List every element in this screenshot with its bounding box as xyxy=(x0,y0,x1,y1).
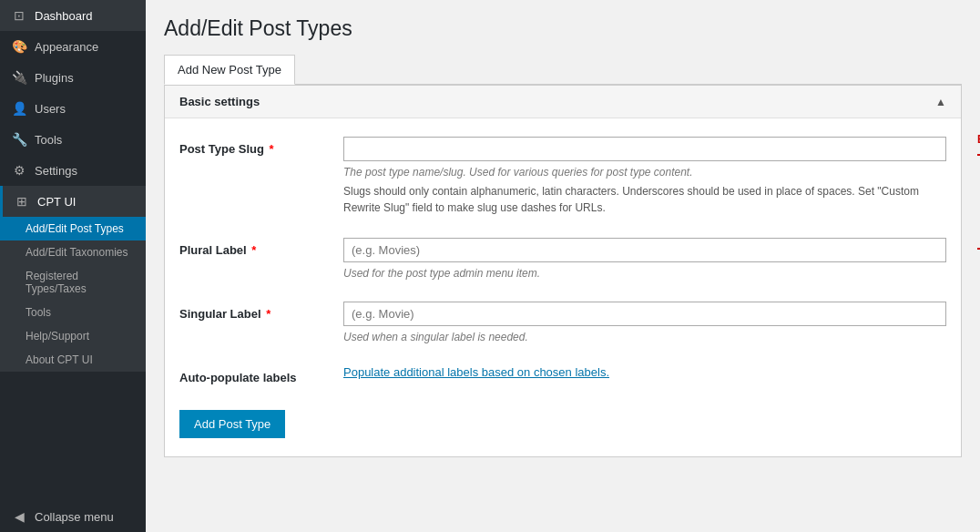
auto-populate-label: Auto-populate labels xyxy=(179,365,343,384)
post-type-slug-label-text: Post Type Slug xyxy=(179,142,264,156)
singular-label-field: Used when a singular label is needed. xyxy=(343,302,946,343)
sidebar-label-plugins: Plugins xyxy=(35,71,74,85)
sidebar-item-add-edit-post-types[interactable]: Add/Edit Post Types xyxy=(0,217,146,240)
sidebar-item-cptui[interactable]: ⊞ CPT UI xyxy=(0,186,146,217)
plugins-icon: 🔌 xyxy=(11,69,27,86)
tab-bar: Add New Post Type xyxy=(164,54,962,85)
collapse-label: Collapse menu xyxy=(35,510,114,524)
sidebar-item-add-edit-taxonomies[interactable]: Add/Edit Taxonomies xyxy=(0,240,146,264)
singular-label-input[interactable] xyxy=(343,302,946,326)
auto-populate-field: Populate additional labels based on chos… xyxy=(343,365,946,379)
submenu-label-about-cptui: About CPT UI xyxy=(26,353,93,366)
plural-label-help: Used for the post type admin menu item. xyxy=(343,267,946,280)
dashboard-icon: ⊡ xyxy=(11,7,27,24)
submenu-label-help-support: Help/Support xyxy=(26,330,89,343)
sidebar-label-tools: Tools xyxy=(35,133,62,147)
settings-icon: ⚙ xyxy=(11,162,27,179)
tools-icon: 🔧 xyxy=(11,131,27,148)
submenu-label-add-edit-post-types: Add/Edit Post Types xyxy=(26,222,124,235)
appearance-icon: 🎨 xyxy=(11,38,27,55)
sidebar-submenu: Add/Edit Post Types Add/Edit Taxonomies … xyxy=(0,217,146,372)
sidebar: ⊡ Dashboard 🎨 Appearance 🔌 Plugins 👤 Use… xyxy=(0,0,146,532)
add-post-type-button[interactable]: Add Post Type xyxy=(179,410,285,438)
required-star-singular: * xyxy=(263,307,271,321)
sidebar-label-dashboard: Dashboard xyxy=(35,9,93,23)
sidebar-item-registered-types-taxes[interactable]: Registered Types/Taxes xyxy=(0,264,146,301)
submenu-label-tools: Tools xyxy=(26,306,51,319)
plural-label-label-text: Plural Label xyxy=(179,243,247,257)
basic-settings-card: Basic settings ▲ Post Type Slug * The po… xyxy=(164,85,962,457)
sidebar-item-collapse-menu[interactable]: ◀ Collapse menu xyxy=(0,501,146,532)
auto-populate-label-text: Auto-populate labels xyxy=(179,371,297,384)
card-header: Basic settings ▲ xyxy=(165,86,961,118)
submenu-label-add-edit-taxonomies: Add/Edit Taxonomies xyxy=(26,246,128,259)
sidebar-label-users: Users xyxy=(35,102,66,116)
singular-label-help: Used when a singular label is needed. xyxy=(343,331,946,343)
sidebar-label-appearance: Appearance xyxy=(35,40,98,54)
sidebar-item-appearance[interactable]: 🎨 Appearance xyxy=(0,31,146,62)
post-type-slug-help-italic: The post type name/slug. Used for variou… xyxy=(343,166,946,179)
sidebar-item-settings[interactable]: ⚙ Settings xyxy=(0,155,146,186)
post-type-slug-help-block: Slugs should only contain alphanumeric, … xyxy=(343,183,946,216)
main-content: Add/Edit Post Types Add New Post Type Ba… xyxy=(146,0,980,532)
auto-populate-row: Auto-populate labels Populate additional… xyxy=(179,365,946,384)
plural-label-field: Used for the post type admin menu item. xyxy=(343,238,946,280)
card-body: Post Type Slug * The post type name/slug… xyxy=(165,118,961,456)
sidebar-item-dashboard[interactable]: ⊡ Dashboard xyxy=(0,0,146,31)
singular-label-row: Singular Label * Used when a singular la… xyxy=(179,302,946,343)
sidebar-item-tools-sub[interactable]: Tools xyxy=(0,301,146,324)
singular-label-label: Singular Label * xyxy=(179,302,343,321)
cptui-icon: ⊞ xyxy=(14,193,30,210)
tab-add-new-post-type-label: Add New Post Type xyxy=(178,63,281,77)
plural-label-label: Plural Label * xyxy=(179,238,343,257)
users-icon: 👤 xyxy=(11,100,27,117)
sidebar-item-users[interactable]: 👤 Users xyxy=(0,93,146,124)
sidebar-label-settings: Settings xyxy=(35,164,77,178)
post-type-slug-field: The post type name/slug. Used for variou… xyxy=(343,137,946,216)
sidebar-item-tools[interactable]: 🔧 Tools xyxy=(0,124,146,155)
card-header-title: Basic settings xyxy=(179,95,260,108)
singular-label-label-text: Singular Label xyxy=(179,307,261,321)
collapse-section-icon[interactable]: ▲ xyxy=(935,96,946,108)
submit-row: Add Post Type xyxy=(179,406,946,438)
required-star-slug: * xyxy=(266,142,274,156)
sidebar-label-cptui: CPT UI xyxy=(37,195,76,209)
post-type-slug-input[interactable] xyxy=(343,137,946,161)
submenu-label-registered-types-taxes: Registered Types/Taxes xyxy=(26,270,135,295)
sidebar-item-about-cptui[interactable]: About CPT UI xyxy=(0,348,146,372)
sidebar-item-plugins[interactable]: 🔌 Plugins xyxy=(0,62,146,93)
plural-label-input[interactable] xyxy=(343,238,946,262)
post-type-slug-label: Post Type Slug * xyxy=(179,137,343,156)
auto-populate-link[interactable]: Populate additional labels based on chos… xyxy=(343,365,609,379)
post-type-slug-row: Post Type Slug * The post type name/slug… xyxy=(179,137,946,216)
required-star-plural: * xyxy=(249,243,257,257)
collapse-icon: ◀ xyxy=(11,508,27,525)
tab-add-new-post-type[interactable]: Add New Post Type xyxy=(164,55,295,85)
plural-label-row: Plural Label * Used for the post type ad… xyxy=(179,238,946,280)
sidebar-item-help-support[interactable]: Help/Support xyxy=(0,324,146,348)
page-title: Add/Edit Post Types xyxy=(164,16,962,41)
